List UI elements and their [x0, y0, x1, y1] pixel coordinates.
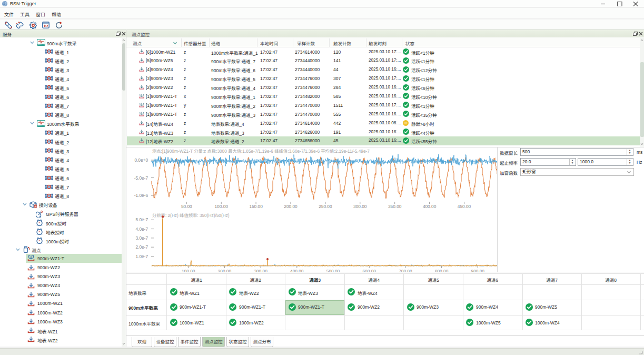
svg-text:分辨率: 2(Hz) 峰值频率: 350(Hz)/50(H: 分辨率: 2(Hz) 峰值频率: 350(Hz)/50(Hz) [152, 213, 230, 218]
svg-text:测点:[1]900m-WZ1-T 分量:z 点数:300: 测点:[1]900m-WZ1-T 分量:z 点数:3000 最大值:1.85e-… [152, 149, 370, 154]
svg-text:0.0e+0: 0.0e+0 [134, 157, 148, 163]
svg-text:2.0e-7: 2.0e-7 [135, 244, 148, 250]
svg-text:200.00: 200.00 [284, 204, 298, 209]
svg-text:1.0e-7: 1.0e-7 [135, 254, 148, 259]
svg-text:350.00: 350.00 [388, 204, 402, 209]
svg-text:4.0e-7: 4.0e-7 [135, 226, 148, 232]
svg-text:400.00: 400.00 [423, 204, 437, 209]
svg-text:-1.0e-6: -1.0e-6 [134, 193, 148, 198]
svg-text:100.00: 100.00 [215, 204, 229, 209]
svg-text:5.0e-7: 5.0e-7 [135, 217, 148, 222]
svg-text:-5.0e-7: -5.0e-7 [134, 175, 148, 181]
svg-text:3.0e-7: 3.0e-7 [135, 235, 148, 241]
svg-text:250.00: 250.00 [319, 204, 332, 209]
svg-text:450.00: 450.00 [458, 204, 471, 209]
svg-text:50.00: 50.00 [181, 204, 192, 209]
svg-text:150.00: 150.00 [249, 204, 263, 209]
svg-text:300.00: 300.00 [353, 204, 367, 209]
